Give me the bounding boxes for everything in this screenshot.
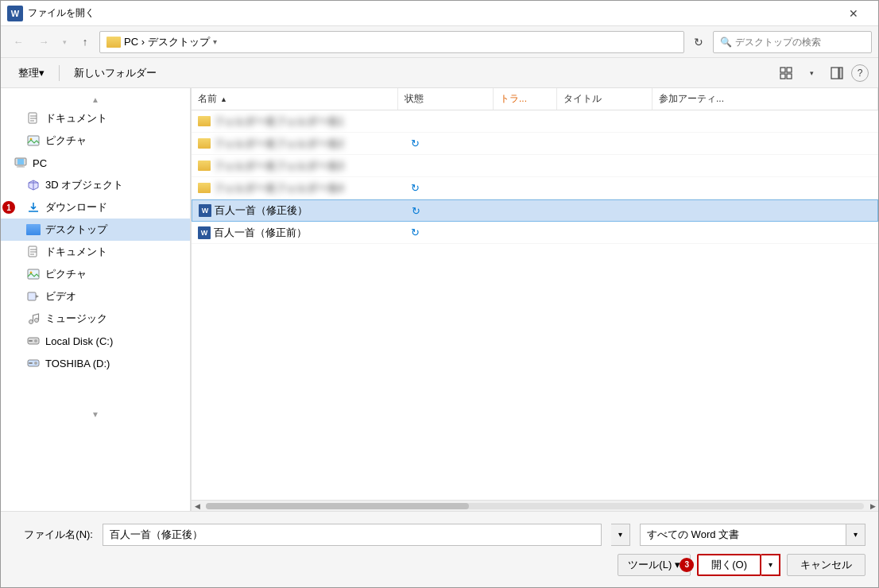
table-row[interactable]: W 百人一首（修正前） ↻ [192, 222, 878, 244]
file-status-cell [398, 155, 494, 176]
file-list: フォルダー名フォルダー名1 フォルダー名フォルダー名2 ↻ [192, 110, 878, 500]
doc2-icon [26, 246, 41, 258]
svg-rect-3 [787, 74, 792, 79]
cancel-button[interactable]: キャンセル [787, 554, 865, 576]
filename-input[interactable] [103, 524, 602, 546]
svg-point-31 [34, 339, 37, 342]
refresh-button[interactable]: ↻ [687, 31, 710, 53]
download-icon [26, 201, 41, 214]
search-input[interactable] [735, 37, 865, 48]
close-button[interactable]: ✕ [835, 1, 872, 26]
sync-icon: ↻ [412, 205, 420, 217]
filename-dropdown-button[interactable]: ▾ [611, 524, 630, 546]
svg-rect-2 [780, 74, 785, 79]
pic-icon [26, 134, 41, 147]
sidebar-scroll-up[interactable]: ▲ [1, 91, 190, 107]
file-name-cell: フォルダー名フォルダー名2 [192, 133, 398, 154]
horizontal-scrollbar[interactable]: ◀ ▶ [192, 500, 878, 511]
file-title-cell [558, 200, 653, 221]
sidebar-item-videos[interactable]: ビデオ [1, 285, 190, 308]
svg-rect-24 [28, 269, 39, 279]
scroll-left-arrow[interactable]: ◀ [192, 501, 203, 512]
table-row[interactable]: フォルダー名フォルダー名1 [192, 110, 878, 133]
table-row[interactable]: W 百人一首（修正後） ↻ [192, 199, 878, 222]
address-chevron[interactable]: ▾ [213, 37, 217, 46]
file-status-cell: ↻ [398, 222, 494, 243]
col-header-name[interactable]: 名前 ▲ [192, 88, 398, 110]
open-dropdown-button[interactable]: ▾ [761, 554, 780, 576]
col-header-track[interactable]: トラ... [494, 88, 557, 110]
open-button[interactable]: 開く(O) [697, 554, 761, 576]
file-name-cell: W 百人一首（修正前） [192, 222, 398, 243]
sidebar-item-localdisk[interactable]: Local Disk (C:) [1, 330, 190, 352]
disk-icon [26, 335, 41, 347]
help-button[interactable]: ? [851, 64, 869, 82]
file-title-cell [557, 110, 652, 132]
file-track-cell [494, 177, 557, 199]
view-grid-button[interactable] [775, 62, 797, 84]
file-name-cell: フォルダー名フォルダー名4 [192, 177, 398, 199]
col-header-contrib[interactable]: 参加アーティ... [652, 88, 878, 110]
folder-blue-icon [26, 223, 41, 236]
titlebar: W ファイルを開く ✕ [1, 1, 878, 26]
toolbar-right: ▾ ? [775, 62, 869, 84]
filetype-select[interactable]: すべての Word 文書 [640, 524, 846, 546]
file-name-cell: フォルダー名フォルダー名1 [192, 110, 398, 132]
file-title-cell [557, 133, 652, 154]
file-track-cell [494, 200, 558, 221]
table-row[interactable]: フォルダー名フォルダー名3 [192, 155, 878, 177]
folder-icon [198, 161, 211, 171]
folder-icon [198, 138, 211, 149]
file-status-cell: ↻ [399, 200, 494, 221]
svg-point-28 [29, 320, 33, 324]
sidebar-item-pc[interactable]: PC [1, 152, 190, 174]
music-icon [26, 312, 41, 325]
view-dropdown-button[interactable]: ▾ [800, 62, 823, 84]
pane-icon [831, 67, 843, 79]
sidebar-item-downloads[interactable]: 1 ダウンロード [1, 196, 190, 219]
address-bar[interactable]: PC › デスクトップ ▾ [99, 31, 684, 53]
file-name-cell: W 百人一首（修正後） [192, 200, 399, 221]
col-header-status[interactable]: 状態 [398, 88, 494, 110]
sidebar-scroll-down[interactable]: ▼ [1, 406, 190, 422]
organize-button[interactable]: 整理▾ [10, 62, 52, 84]
sidebar-item-music[interactable]: ミュージック [1, 308, 190, 330]
sidebar-item-pictures[interactable]: ピクチャ [1, 263, 190, 285]
back-button[interactable]: ← [7, 31, 29, 53]
table-row[interactable]: フォルダー名フォルダー名2 ↻ [192, 133, 878, 155]
sidebar-item-documents[interactable]: ドキュメント [1, 241, 190, 263]
file-contrib-cell [652, 155, 878, 176]
svg-marker-27 [36, 295, 39, 298]
new-folder-button[interactable]: 新しいフォルダー [66, 62, 165, 84]
table-row[interactable]: フォルダー名フォルダー名4 ↻ [192, 177, 878, 199]
preview-pane-button[interactable] [826, 62, 848, 84]
forward-dropdown-button[interactable]: ▾ [58, 31, 71, 53]
sidebar-container: ▲ ドキュメント ピクチャ [1, 88, 192, 511]
sort-arrow: ▲ [220, 95, 227, 103]
pc-icon [14, 157, 28, 169]
file-status-cell: ↻ [398, 133, 494, 154]
sidebar: ▲ ドキュメント ピクチャ [1, 88, 191, 511]
file-track-cell [494, 133, 557, 154]
video-icon [26, 290, 41, 303]
sidebar-item-documents-top[interactable]: ドキュメント [1, 107, 190, 130]
scroll-right-arrow[interactable]: ▶ [867, 501, 878, 512]
file-status-cell [398, 110, 494, 132]
svg-rect-1 [787, 68, 792, 72]
col-header-title[interactable]: タイトル [557, 88, 652, 110]
scrollbar-thumb[interactable] [206, 503, 469, 509]
svg-point-29 [35, 319, 39, 323]
toolbar-separator [59, 65, 60, 81]
sidebar-item-3dobjects[interactable]: 3D オブジェクト [1, 174, 190, 196]
sidebar-item-toshiba[interactable]: TOSHIBA (D:) [1, 352, 190, 374]
scrollbar-track [206, 503, 864, 509]
sidebar-item-desktop[interactable]: デスクトップ [1, 219, 190, 241]
up-button[interactable]: ↑ [74, 31, 96, 53]
file-track-cell [494, 110, 557, 132]
badge-3: 3 [680, 558, 694, 572]
forward-button[interactable]: → [33, 31, 55, 53]
sidebar-item-pictures-top[interactable]: ピクチャ [1, 130, 190, 152]
filetype-dropdown-button[interactable]: ▾ [846, 524, 865, 546]
pic2-icon [26, 268, 41, 280]
sync-icon: ↻ [411, 226, 420, 238]
